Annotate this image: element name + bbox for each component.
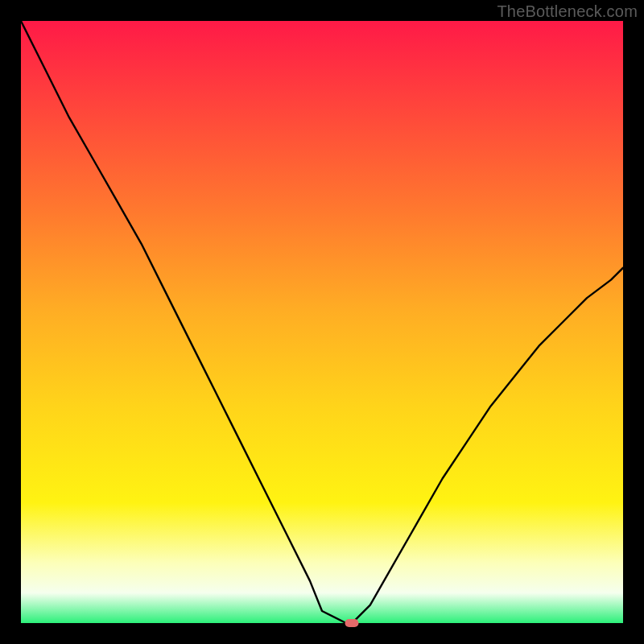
chart-frame: TheBottleneck.com — [0, 0, 644, 644]
watermark-text: TheBottleneck.com — [497, 2, 638, 21]
optimum-marker — [345, 619, 359, 627]
bottleneck-curve — [21, 21, 623, 623]
plot-area — [21, 21, 623, 623]
